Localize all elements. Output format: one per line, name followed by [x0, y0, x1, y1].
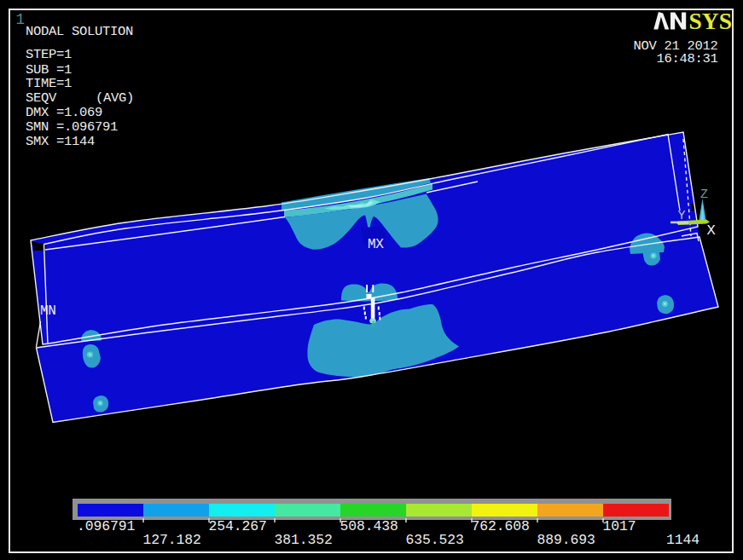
svg-text:254.267: 254.267 [209, 518, 267, 534]
svg-text:NODAL SOLUTION: NODAL SOLUTION [26, 24, 133, 39]
svg-text:127.182: 127.182 [143, 532, 201, 548]
svg-text:X: X [707, 222, 716, 239]
svg-text:.096791: .096791 [77, 518, 135, 534]
svg-text:MX: MX [368, 237, 384, 252]
svg-text:508.438: 508.438 [340, 518, 398, 534]
svg-text:Y: Y [678, 209, 686, 223]
svg-text:1017: 1017 [603, 518, 636, 534]
svg-text:SUB =1: SUB =1 [26, 62, 72, 78]
svg-text:635.523: 635.523 [406, 532, 464, 548]
svg-text:762.608: 762.608 [472, 518, 530, 534]
svg-text:DMX =1.069: DMX =1.069 [26, 105, 102, 120]
svg-text:381.352: 381.352 [275, 532, 333, 548]
svg-text:SYS: SYS [689, 8, 732, 34]
svg-text:889.693: 889.693 [537, 532, 595, 548]
svg-text:(AVG): (AVG) [96, 90, 134, 106]
svg-text:TIME=1: TIME=1 [26, 76, 72, 91]
svg-text:1144: 1144 [666, 532, 699, 548]
svg-text:MN: MN [40, 303, 56, 319]
svg-text:SEQV: SEQV [26, 90, 57, 106]
svg-text:SMX =1144: SMX =1144 [26, 134, 95, 149]
svg-text:1: 1 [16, 11, 26, 28]
svg-text:STEP=1: STEP=1 [26, 47, 72, 62]
svg-text:Z: Z [700, 188, 708, 202]
svg-text:SMN =.096791: SMN =.096791 [26, 119, 118, 135]
svg-text:16:48:31: 16:48:31 [656, 51, 717, 66]
